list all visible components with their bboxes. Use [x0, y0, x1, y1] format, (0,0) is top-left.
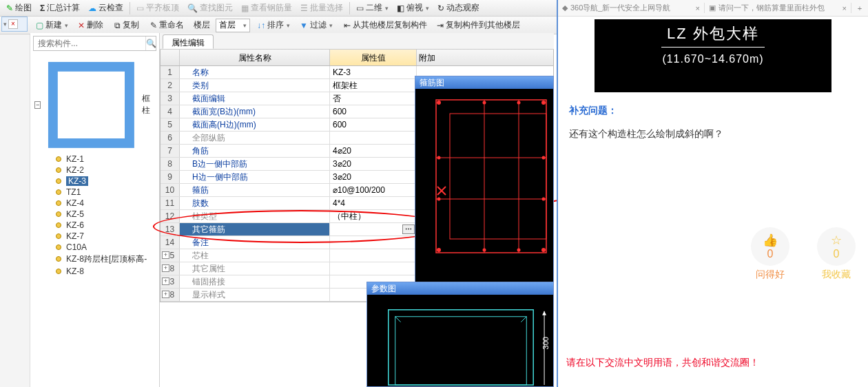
browser-tab-1[interactable]: ◆360导航_新一代安全上网导航× [558, 3, 705, 13]
prop-name: 全部纵筋 [180, 132, 330, 144]
tree-item-label: KZ-8 [66, 266, 84, 276]
prop-value[interactable]: KZ-3 [330, 66, 417, 79]
drawing-title-block: LZ 外包大样 (11.670~14.670m) [595, 19, 831, 92]
grid-header: 属性名称 属性值 附加 [161, 50, 553, 66]
tree-item[interactable]: KZ-5 [32, 209, 158, 220]
btn-draw[interactable]: ✎绘图 [3, 1, 35, 16]
btn-delete[interactable]: ✕删除 [74, 17, 107, 34]
close-icon[interactable]: × [8, 19, 18, 29]
thumbs-up-icon: 👍 [763, 233, 778, 248]
btn-sort[interactable]: ↓↑排序▾ [253, 17, 294, 34]
tree-item[interactable]: KZ-3 [32, 176, 158, 187]
tree-item[interactable]: KZ-8 [32, 266, 158, 277]
tab-header: 属性编辑 [160, 33, 554, 50]
floor-select[interactable]: 首层▾ [216, 19, 250, 32]
prop-name: 其它属性 [180, 262, 330, 275]
panel-handle[interactable]: ▾× [1, 17, 28, 32]
warning-text: 请在以下交流中文明用语，共创和谐交流圈！ [566, 357, 759, 369]
cad-title[interactable]: 箍筋图 [415, 76, 553, 89]
tree-item-label: KZ-6 [66, 220, 84, 230]
tree-item[interactable]: KZ-8跨层柱[层顶标高- [32, 253, 158, 266]
prop-value[interactable] [330, 236, 417, 249]
tree-item[interactable]: KZ-2 [32, 165, 158, 176]
collapse-icon[interactable]: − [34, 101, 41, 109]
btn-copy[interactable]: ⧉复制 [110, 17, 143, 34]
tree-item[interactable]: KZ-1 [32, 154, 158, 165]
tree-item[interactable]: KZ-4 [32, 198, 158, 209]
tree-root[interactable]: − 框柱 [32, 56, 158, 154]
svg-point-21 [541, 101, 546, 105]
separator [130, 2, 130, 14]
svg-point-20 [437, 101, 441, 105]
prop-value[interactable] [330, 249, 417, 262]
btn-sum[interactable]: Σ汇总计算 [37, 1, 83, 16]
prop-value[interactable]: 3⌀20 [330, 158, 417, 170]
prop-value[interactable]: 3⌀20 [330, 171, 417, 183]
svg-point-6 [56, 211, 61, 216]
prop-value[interactable]: 600 [330, 105, 417, 118]
svg-point-10 [56, 257, 61, 262]
btn-align[interactable]: ▭平齐板顶 [133, 1, 183, 16]
prop-value[interactable]: ⌀10@100/200 [330, 184, 417, 196]
browser-tab-2[interactable]: ▣请问一下，钢筋算量里面柱外包× [705, 3, 851, 13]
close-icon[interactable]: × [696, 4, 700, 12]
btn-dyn[interactable]: ↻动态观察 [434, 1, 483, 16]
btn-find[interactable]: 🔍查找图元 [184, 1, 236, 16]
new-tab-button[interactable]: + [851, 4, 868, 12]
tree-item[interactable]: C10A [32, 242, 158, 253]
btn-cloud[interactable]: ☁云检查 [85, 1, 127, 16]
btn-batch[interactable]: ☰批量选择 [297, 1, 347, 16]
btn-rename[interactable]: ✎重命名 [146, 17, 188, 34]
label-floors: 楼层 [189, 17, 214, 34]
prop-value[interactable] [330, 132, 417, 144]
browser-tabs: ◆360导航_新一代安全上网导航× ▣请问一下，钢筋算量里面柱外包× + [558, 0, 868, 17]
search-input[interactable] [34, 36, 145, 50]
component-tree-panel: 🔍 − 框柱 KZ-1KZ-2KZ-3TZ1KZ-4KZ-5KZ-6KZ-7C1… [30, 33, 160, 387]
prop-value[interactable]: 否 [330, 92, 417, 105]
ellipsis-button[interactable]: ⋯ [402, 224, 415, 234]
supplement-section: 补充问题： 还有这个构造柱怎么绘制成斜的啊？ [558, 105, 868, 140]
tree-item-label: KZ-1 [66, 154, 84, 164]
btn-new[interactable]: ▢新建▾ [32, 17, 72, 34]
btn-favorite[interactable]: ☆0 我收藏 [817, 227, 856, 281]
btn-good[interactable]: 👍0 问得好 [751, 227, 789, 281]
tab-property-edit[interactable]: 属性编辑 [163, 34, 214, 49]
prop-name: 名称 [180, 66, 330, 79]
cad-window-param[interactable]: 参数图 300 [366, 282, 554, 387]
prop-name: 截面高(H边)(mm) [180, 118, 330, 131]
svg-point-23 [541, 248, 546, 252]
btn-copy-to[interactable]: ⇥复制构件到其他楼层 [433, 17, 524, 34]
col-value: 属性值 [330, 50, 417, 65]
prop-value[interactable]: （中柱） [330, 210, 417, 222]
prop-value[interactable]: ⋯ [330, 223, 417, 236]
prop-value[interactable]: 框架柱 [330, 79, 417, 92]
btn-top[interactable]: ◧俯视▾ [393, 1, 433, 16]
prop-name: 其它箍筋 [180, 223, 330, 236]
svg-point-5 [56, 200, 61, 205]
btn-rebar[interactable]: ▦查看钢筋量 [238, 1, 296, 16]
search-icon[interactable]: 🔍 [145, 36, 156, 50]
svg-point-1 [56, 156, 61, 161]
tree-item-label: KZ-4 [66, 198, 84, 208]
cad-window-stirrup[interactable]: 箍筋图 [415, 76, 554, 282]
tree-item[interactable]: KZ-7 [32, 231, 158, 242]
browser-panel: ◆360导航_新一代安全上网导航× ▣请问一下，钢筋算量里面柱外包× + LZ … [557, 0, 868, 387]
prop-value[interactable]: 600 [330, 118, 417, 131]
btn-copy-from[interactable]: ⇤从其他楼层复制构件 [340, 17, 431, 34]
svg-point-4 [56, 189, 61, 194]
prop-value[interactable]: 4*4 [330, 197, 417, 209]
svg-point-7 [56, 222, 61, 227]
tree-item[interactable]: TZ1 [32, 187, 158, 198]
vote-actions: 👍0 问得好 ☆0 我收藏 [751, 227, 856, 281]
prop-value[interactable] [330, 262, 417, 275]
tree-item-label: KZ-3 [66, 176, 88, 186]
prop-value[interactable]: 4⌀20 [330, 145, 417, 157]
close-icon[interactable]: × [843, 4, 847, 12]
btn-filter[interactable]: ▼过滤▾ [296, 17, 337, 34]
cad-title2[interactable]: 参数图 [367, 282, 553, 295]
svg-point-2 [56, 167, 61, 172]
tree-item[interactable]: KZ-6 [32, 220, 158, 231]
btn-2d[interactable]: ▭二维▾ [353, 1, 392, 16]
svg-point-30 [542, 156, 546, 160]
tree-item-label: KZ-8跨层柱[层顶标高- [66, 253, 147, 265]
